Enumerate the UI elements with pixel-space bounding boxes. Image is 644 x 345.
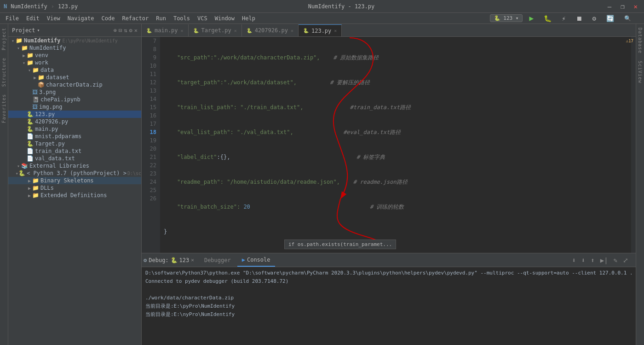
favorites-tab[interactable]: Favorites bbox=[0, 90, 8, 127]
tree-item-mainpy[interactable]: ▶ 🐍 main.py bbox=[8, 125, 141, 133]
text-icon: 📄 bbox=[27, 148, 34, 154]
tree-item-mnist[interactable]: ▶ 📄 mnist.pdparams bbox=[8, 133, 141, 140]
breadcrumb-file: 123.py bbox=[58, 3, 78, 10]
tree-item-extlibs[interactable]: ▾ 📚 External Libraries bbox=[8, 162, 141, 170]
params-icon: 📄 bbox=[27, 133, 34, 140]
debug-close-icon[interactable]: ✕ bbox=[191, 257, 194, 263]
close-panel-icon[interactable]: ✕ bbox=[134, 27, 138, 34]
menu-file[interactable]: File bbox=[2, 14, 23, 23]
sort-icon[interactable]: ⇅ bbox=[124, 27, 127, 34]
tree-item-extdefs[interactable]: ▶ 📁 Extended Definitions bbox=[8, 192, 141, 199]
project-tab[interactable]: Project bbox=[0, 24, 8, 54]
code-content[interactable]: "src_path":"./work/data/characterData.zi… bbox=[160, 37, 631, 253]
settings-icon[interactable]: ⚙ bbox=[129, 27, 132, 34]
sciview-tab[interactable]: SciView bbox=[636, 57, 644, 87]
tab-label: main.py bbox=[155, 27, 178, 34]
path-label: E:\pyPro\NumIdentify bbox=[62, 38, 117, 43]
menu-vcs[interactable]: VCS bbox=[194, 14, 211, 23]
collapse-all-icon[interactable]: ⊟ bbox=[119, 27, 122, 34]
tree-item-root[interactable]: ▾ 📁 NumIdentify E:\pyPro\NumIdentify bbox=[8, 37, 141, 44]
tree-item-numidentify[interactable]: ▾ 📁 NumIdentify bbox=[8, 44, 141, 52]
folder-icon: 📁 bbox=[21, 45, 28, 51]
menu-refactor[interactable]: Refactor bbox=[118, 14, 152, 23]
project-dropdown-icon[interactable]: ▾ bbox=[37, 28, 40, 33]
close-btn[interactable]: ✕ bbox=[631, 2, 640, 11]
update-button[interactable]: 🔄 bbox=[603, 14, 618, 23]
tree-item-4207926py[interactable]: ▶ 🐍 4207926.py bbox=[8, 118, 141, 125]
code-line-8: "target_path":"./work/data/dataset", # 要… bbox=[164, 78, 631, 87]
debug-gear: ⚙ Debug: 🐍 123 ✕ bbox=[144, 257, 194, 263]
debugger-tab[interactable]: Debugger bbox=[200, 254, 236, 267]
tab-label: 123.py bbox=[311, 28, 331, 34]
search-everywhere-button[interactable]: 🔍 bbox=[621, 14, 635, 23]
code-editor[interactable]: 7 8 9 10 11 12 13 14 15 16 17 18 19 20 bbox=[142, 37, 636, 253]
menu-code[interactable]: Code bbox=[98, 14, 119, 23]
tree-label: 3.png bbox=[39, 89, 56, 95]
tree-item-characterdata[interactable]: ▶ 📦 characterData.zip bbox=[8, 81, 141, 88]
menu-tools[interactable]: Tools bbox=[170, 14, 194, 23]
tree-item-binaryskeletons[interactable]: ▶ 📁 Binary Skeletons bbox=[8, 177, 141, 184]
locate-icon[interactable]: ⊕ bbox=[114, 27, 117, 34]
console-tab[interactable]: ▶ Console bbox=[237, 254, 275, 267]
debug-settings-icon[interactable]: ⚙ bbox=[144, 257, 147, 263]
line-numbers: 7 8 9 10 11 12 13 14 15 16 17 18 19 20 bbox=[142, 37, 160, 253]
project-header: Project ▾ ⊕ ⊟ ⇅ ⚙ ✕ bbox=[8, 24, 141, 37]
tab-main[interactable]: 🐍 main.py ✕ bbox=[142, 24, 189, 36]
tab-icon: 🐍 bbox=[303, 28, 309, 33]
tab-close[interactable]: ✕ bbox=[234, 28, 237, 33]
settings-button[interactable]: ⚙ bbox=[589, 14, 600, 23]
stop-button[interactable]: ⏹ bbox=[572, 14, 586, 23]
tree-label: characterData.zip bbox=[46, 82, 103, 88]
tree-item-valdata[interactable]: ▶ 📄 val_data.txt bbox=[8, 155, 141, 162]
editor-scrollbar[interactable]: ⚠17 ↑1 bbox=[631, 37, 636, 253]
tab-123[interactable]: 🐍 123.py ✕ bbox=[299, 24, 342, 36]
evaluate-btn[interactable]: ✎ bbox=[612, 256, 619, 265]
menu-window[interactable]: Window bbox=[211, 14, 238, 23]
minimize-btn[interactable]: — bbox=[605, 2, 614, 11]
step-out-btn[interactable]: ⬆ bbox=[589, 256, 596, 265]
coverage-button[interactable]: ⚡ bbox=[558, 14, 569, 23]
python-icon: 🐍 bbox=[27, 126, 34, 132]
tree-item-targetpy[interactable]: ▶ 🐍 Target.py bbox=[8, 140, 141, 147]
titlebar-left: N NumIdentify › 123.py bbox=[4, 3, 78, 10]
tree-item-chepai[interactable]: ▶ 📓 chePai.ipynb bbox=[8, 96, 141, 103]
tree-item-data[interactable]: ▾ 📁 data bbox=[8, 66, 141, 74]
tab-4207926[interactable]: 🐍 4207926.py ✕ bbox=[242, 24, 299, 36]
database-tab[interactable]: Database bbox=[636, 24, 644, 57]
step-into-btn[interactable]: ⬇ bbox=[580, 256, 587, 265]
expand-debug-icon[interactable]: ⤢ bbox=[621, 256, 630, 265]
tree-item-work[interactable]: ▾ 📁 work bbox=[8, 59, 141, 66]
menu-help[interactable]: Help bbox=[238, 14, 259, 23]
folder-icon: 📁 bbox=[32, 67, 39, 73]
tab-close[interactable]: ✕ bbox=[291, 28, 293, 33]
project-title: Project ▾ bbox=[12, 27, 40, 34]
run-scheme-selector[interactable]: 🐍 123 ▾ bbox=[490, 14, 523, 22]
tree-item-3png[interactable]: ▶ 🖼 3.png bbox=[8, 88, 141, 96]
tree-item-dlls[interactable]: ▶ 📁 DLLs bbox=[8, 184, 141, 192]
tab-target[interactable]: 🐍 Target.py ✕ bbox=[189, 24, 242, 36]
debug-run-button[interactable]: 🐛 bbox=[540, 14, 555, 23]
code-line-11: "label_dict":{}, # 标签字典 bbox=[164, 153, 631, 161]
structure-tab[interactable]: Structure bbox=[0, 54, 8, 90]
tree-item-traindata[interactable]: ▶ 📄 train_data.txt bbox=[8, 147, 141, 155]
tree-item-dataset[interactable]: ▶ 📁 dataset bbox=[8, 74, 141, 81]
run-to-cursor-btn[interactable]: ▶| bbox=[598, 256, 610, 265]
tree-item-123py[interactable]: ▶ 🐍 123.py bbox=[8, 111, 141, 118]
tab-close[interactable]: ✕ bbox=[181, 28, 184, 33]
tree-item-python37[interactable]: ▾ 🐍 < Python 3.7 (pythonProject) > D:\sc bbox=[8, 170, 141, 177]
menu-edit[interactable]: Edit bbox=[23, 14, 43, 23]
tree-item-imgpng[interactable]: ▶ 🖼 img.png bbox=[8, 103, 141, 111]
far-right-panel: Database SciView bbox=[636, 24, 644, 345]
image-icon: 🖼 bbox=[32, 104, 38, 110]
run-button[interactable]: ▶ bbox=[525, 13, 537, 23]
menu-navigate[interactable]: Navigate bbox=[64, 14, 98, 23]
step-over-btn[interactable]: ⬇ bbox=[570, 256, 577, 265]
code-line-7: "src_path":"./work/data/characterData.zi… bbox=[164, 53, 631, 62]
tree-item-venv[interactable]: ▶ 📁 venv bbox=[8, 52, 141, 59]
maximize-btn[interactable]: ❐ bbox=[618, 2, 627, 11]
debug-scheme-name: 123 bbox=[179, 257, 190, 263]
menu-view[interactable]: View bbox=[43, 14, 64, 23]
tab-close[interactable]: ✕ bbox=[334, 28, 337, 33]
menu-run[interactable]: Run bbox=[152, 14, 170, 23]
debug-line-5: 当前目录是:E:\pyPro\NumIdentify bbox=[145, 302, 632, 310]
